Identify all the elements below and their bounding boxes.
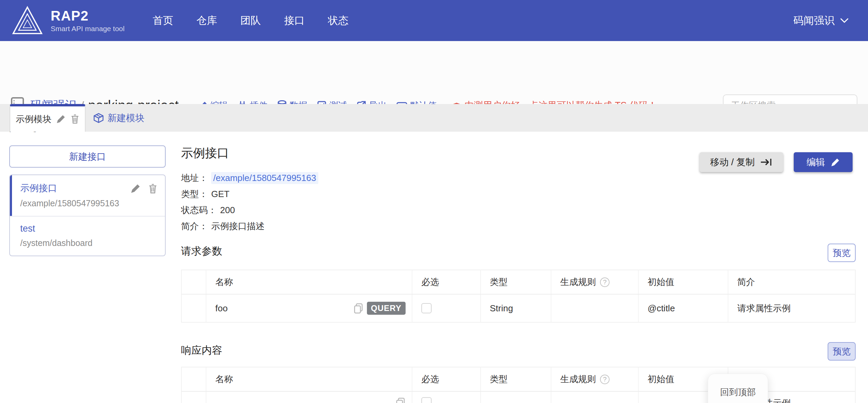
scope-badge: QUERY xyxy=(367,302,406,315)
help-icon[interactable]: ? xyxy=(600,277,610,287)
move-copy-button[interactable]: 移动 / 复制 xyxy=(700,152,783,172)
arrow-to-bar-icon xyxy=(760,158,773,167)
chevron-down-icon xyxy=(840,17,849,24)
edit-interface-pencil-icon[interactable] xyxy=(130,183,141,194)
param-initial-cell: @ctitle xyxy=(639,295,728,322)
col-required: 必选 xyxy=(412,270,481,294)
prop-name-cell xyxy=(206,392,412,403)
row-handle-header xyxy=(182,270,206,294)
table-header-row: 名称 必选 类型 生成规则 ? 初始值 简介 xyxy=(182,270,855,295)
field-type: 类型： GET xyxy=(181,186,318,202)
edit-module-pencil-icon[interactable] xyxy=(56,114,66,124)
row-handle-header xyxy=(182,367,206,391)
module-tabstrip: 示例模块 新建模块 xyxy=(0,104,868,132)
table-row: foo QUERY String @ctitle 请求属性示例 xyxy=(182,295,855,322)
request-params-title: 请求参数 xyxy=(181,244,222,258)
delete-interface-trash-icon[interactable] xyxy=(148,183,157,194)
row-handle[interactable] xyxy=(182,295,206,322)
delete-module-trash-icon[interactable] xyxy=(71,114,79,124)
prop-required-cell xyxy=(412,392,481,403)
new-interface-button[interactable]: 新建接口 xyxy=(9,145,166,168)
col-name: 名称 xyxy=(206,270,412,294)
param-name-cell: foo QUERY xyxy=(206,295,412,322)
interface-path: /system/dashboard xyxy=(20,238,157,248)
rap2-logo[interactable]: RAP2 Smart API manage tool xyxy=(12,4,125,37)
row-handle[interactable] xyxy=(182,392,206,403)
response-content-title: 响应内容 xyxy=(181,343,222,358)
interface-fields: 地址： /example/1580547995163 类型： GET 状态码： … xyxy=(181,170,318,234)
back-to-top-button[interactable]: 回到顶部 xyxy=(708,374,768,403)
box-icon xyxy=(93,113,104,124)
response-preview-button[interactable]: 预览 xyxy=(828,342,856,361)
copy-icon[interactable] xyxy=(395,397,406,403)
col-type: 类型 xyxy=(481,367,551,391)
project-header: 码闻强识 / parking-project 编辑 插件 xyxy=(0,41,868,104)
param-description-cell: 请求属性示例 xyxy=(728,295,852,322)
logo-title: RAP2 xyxy=(51,8,125,23)
col-rule: 生成规则 ? xyxy=(551,270,639,294)
required-checkbox[interactable] xyxy=(421,397,432,403)
nav-item-status[interactable]: 状态 xyxy=(328,14,348,28)
param-type-cell: String xyxy=(481,295,551,322)
nav-item-interface[interactable]: 接口 xyxy=(284,14,305,28)
account-menu[interactable]: 码闻强识 xyxy=(793,0,849,41)
new-module-button[interactable]: 新建模块 xyxy=(93,104,144,132)
pencil-icon xyxy=(831,158,840,167)
col-required: 必选 xyxy=(412,367,481,391)
interface-title: 示例接口 xyxy=(181,145,229,161)
account-name: 码闻强识 xyxy=(793,14,834,28)
prop-type-cell xyxy=(481,392,551,403)
main-nav: 首页 仓库 团队 接口 状态 xyxy=(153,14,372,28)
request-preview-button[interactable]: 预览 xyxy=(828,244,856,262)
field-description: 简介： 示例接口描述 xyxy=(181,218,318,234)
top-navbar: RAP2 Smart API manage tool 首页 仓库 团队 接口 状… xyxy=(0,0,868,41)
interface-list-item-test[interactable]: test /system/dashboard xyxy=(10,216,165,256)
request-params-table: 名称 必选 类型 生成规则 ? 初始值 简介 foo QUERY xyxy=(181,270,856,323)
col-description: 简介 xyxy=(728,270,852,294)
nav-item-team[interactable]: 团队 xyxy=(240,14,261,28)
copy-icon[interactable] xyxy=(353,303,363,314)
interface-path: /example/1580547995163 xyxy=(20,198,157,208)
param-required-cell xyxy=(412,295,481,322)
tab-label: 示例模块 xyxy=(16,113,51,125)
param-rule-cell xyxy=(551,295,639,322)
rap2-workspace-page: RAP2 Smart API manage tool 首页 仓库 团队 接口 状… xyxy=(0,0,868,403)
field-address: 地址： /example/1580547995163 xyxy=(181,170,318,186)
col-type: 类型 xyxy=(481,270,551,294)
interface-list: 示例接口 /example/1580547995163 test /system… xyxy=(9,174,166,256)
required-checkbox[interactable] xyxy=(421,303,432,313)
col-initial: 初始值 xyxy=(639,270,728,294)
prop-rule-cell xyxy=(551,392,639,403)
tab-example-module[interactable]: 示例模块 xyxy=(10,104,86,132)
edit-interface-button[interactable]: 编辑 xyxy=(794,152,853,172)
interface-name[interactable]: test xyxy=(20,223,157,234)
field-status-code: 状态码： 200 xyxy=(181,202,318,218)
col-rule: 生成规则 ? xyxy=(551,367,639,391)
nav-item-repository[interactable]: 仓库 xyxy=(196,14,217,28)
logo-triangle-icon xyxy=(12,4,43,37)
interface-list-item-example[interactable]: 示例接口 /example/1580547995163 xyxy=(10,175,165,216)
col-name: 名称 xyxy=(206,367,412,391)
interface-address-link[interactable]: /example/1580547995163 xyxy=(211,172,318,184)
nav-item-home[interactable]: 首页 xyxy=(153,14,173,28)
help-icon[interactable]: ? xyxy=(600,375,610,384)
logo-subtitle: Smart API manage tool xyxy=(51,25,125,33)
